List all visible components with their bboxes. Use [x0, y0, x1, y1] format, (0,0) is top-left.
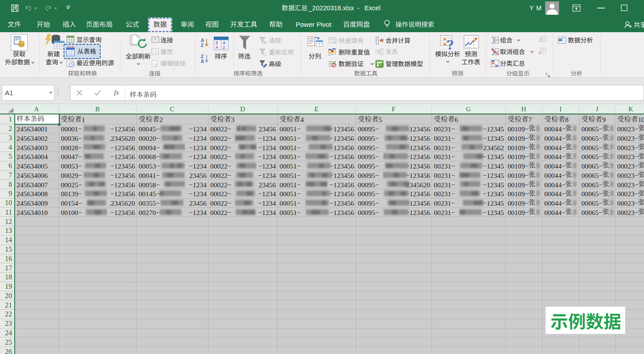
svg-text:Z: Z — [223, 45, 225, 50]
svg-text:A: A — [223, 41, 226, 45]
svg-text:A: A — [216, 45, 219, 50]
svg-text:?: ? — [447, 37, 454, 50]
svg-text:A: A — [201, 38, 204, 43]
svg-text:Z: Z — [201, 54, 203, 59]
svg-text:Z: Z — [216, 41, 218, 45]
svg-text:A: A — [201, 59, 204, 64]
svg-text:Z: Z — [201, 43, 203, 48]
